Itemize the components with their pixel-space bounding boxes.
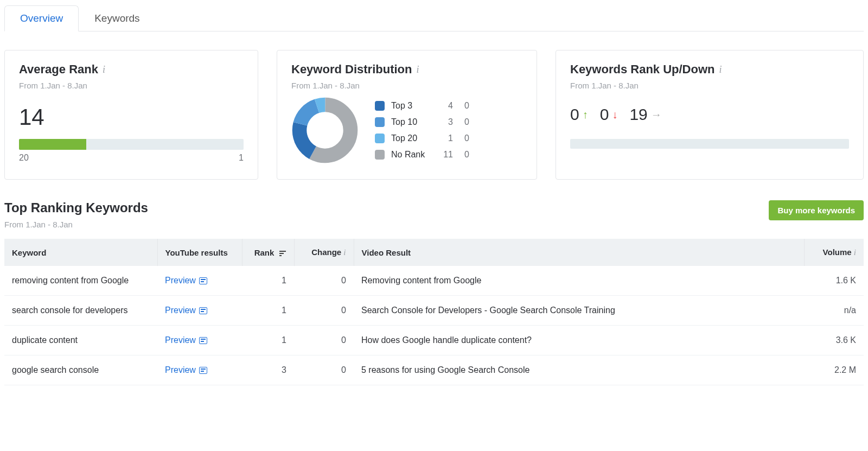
updown-up-value: 0 <box>570 105 579 124</box>
cell-volume: 2.2 M <box>804 355 864 385</box>
cell-keyword: google search console <box>4 355 157 385</box>
tab-keywords[interactable]: Keywords <box>79 5 155 31</box>
legend-row: Top 20 1 0 <box>375 134 469 143</box>
buy-more-keywords-button[interactable]: Buy more keywords <box>769 200 864 220</box>
updown-down-group: 0 ↓ <box>600 105 618 124</box>
updown-values: 0 ↑ 0 ↓ 19 → <box>570 105 849 124</box>
th-rank[interactable]: Rank <box>242 239 294 266</box>
legend-label: Top 3 <box>391 101 433 111</box>
avg-rank-title: Average Rank <box>19 62 98 77</box>
preview-icon <box>199 337 207 344</box>
tab-overview[interactable]: Overview <box>4 5 79 31</box>
scale-left: 20 <box>19 153 29 163</box>
cell-rank: 3 <box>242 355 294 385</box>
table-row: removing content from Google Preview 1 0… <box>4 266 864 296</box>
cards-row: Average Rank i From 1.Jan - 8.Jan 14 20 … <box>4 50 864 180</box>
cell-rank: 1 <box>242 266 294 296</box>
preview-link[interactable]: Preview <box>165 276 207 285</box>
cell-volume: n/a <box>804 296 864 326</box>
cell-video: 5 reasons for using Google Search Consol… <box>354 355 804 385</box>
cell-rank: 1 <box>242 296 294 326</box>
legend-value-b: 0 <box>453 101 469 111</box>
avg-rank-bar <box>19 139 244 150</box>
th-volume[interactable]: Volume i <box>804 239 864 266</box>
cell-keyword: removing content from Google <box>4 266 157 296</box>
cell-keyword: search console for developers <box>4 296 157 326</box>
legend-row: Top 3 4 0 <box>375 101 469 111</box>
legend-value-b: 0 <box>453 117 469 127</box>
arrow-up-icon: ↑ <box>583 109 588 121</box>
arrow-down-icon: ↓ <box>612 109 617 121</box>
ranking-title: Top Ranking Keywords <box>4 200 148 215</box>
updown-same-group: 19 → <box>629 105 661 124</box>
th-rank-label: Rank <box>254 248 275 257</box>
distribution-range: From 1.Jan - 8.Jan <box>291 81 522 90</box>
sort-icon <box>279 250 286 257</box>
cell-change: 0 <box>294 266 354 296</box>
card-title: Keyword Distribution i <box>291 62 522 77</box>
preview-label: Preview <box>165 335 196 345</box>
cell-change: 0 <box>294 326 354 355</box>
donut-hole <box>308 113 343 148</box>
th-youtube[interactable]: YouTube results <box>157 239 242 266</box>
th-change-label: Change <box>311 247 341 257</box>
preview-icon <box>199 277 207 284</box>
card-title: Average Rank i <box>19 62 244 77</box>
donut-chart <box>291 97 359 164</box>
legend-label: No Rank <box>391 150 433 160</box>
legend-value-a: 4 <box>433 101 453 111</box>
table-row: google search console Preview 3 0 5 reas… <box>4 355 864 385</box>
legend-row: Top 10 3 0 <box>375 117 469 127</box>
legend-value-a: 11 <box>433 150 453 160</box>
cell-change: 0 <box>294 296 354 326</box>
scale-right: 1 <box>239 153 244 163</box>
avg-rank-value: 14 <box>19 104 244 130</box>
section-header: Top Ranking Keywords From 1.Jan - 8.Jan … <box>4 200 864 229</box>
cell-keyword: duplicate content <box>4 326 157 355</box>
avg-rank-range: From 1.Jan - 8.Jan <box>19 81 244 90</box>
cell-rank: 1 <box>242 326 294 355</box>
swatch-icon <box>375 117 385 127</box>
th-volume-label: Volume <box>823 247 852 257</box>
preview-icon <box>199 307 207 314</box>
legend-label: Top 20 <box>391 134 433 143</box>
legend-value-b: 0 <box>453 150 469 160</box>
swatch-icon <box>375 150 385 160</box>
legend-row: No Rank 11 0 <box>375 150 469 160</box>
card-rank-updown: Keywords Rank Up/Down i From 1.Jan - 8.J… <box>556 50 864 180</box>
updown-range: From 1.Jan - 8.Jan <box>570 81 849 90</box>
th-keyword[interactable]: Keyword <box>4 239 157 266</box>
preview-link[interactable]: Preview <box>165 306 207 315</box>
avg-rank-bar-fill <box>19 139 86 150</box>
ranking-range: From 1.Jan - 8.Jan <box>4 220 148 229</box>
cell-volume: 3.6 K <box>804 326 864 355</box>
info-icon: i <box>854 248 856 257</box>
updown-bar <box>570 139 849 149</box>
preview-label: Preview <box>165 306 196 315</box>
info-icon[interactable]: i <box>416 64 419 75</box>
info-icon[interactable]: i <box>103 64 105 75</box>
cell-video: How does Google handle duplicate content… <box>354 326 804 355</box>
updown-up-group: 0 ↑ <box>570 105 588 124</box>
card-average-rank: Average Rank i From 1.Jan - 8.Jan 14 20 … <box>4 50 258 180</box>
updown-same-value: 19 <box>629 105 647 124</box>
th-video[interactable]: Video Result <box>354 239 804 266</box>
legend-value-b: 0 <box>453 134 469 143</box>
distribution-title: Keyword Distribution <box>291 62 412 77</box>
avg-rank-scale: 20 1 <box>19 153 244 163</box>
preview-label: Preview <box>165 276 196 285</box>
legend-value-a: 1 <box>433 134 453 143</box>
info-icon[interactable]: i <box>719 64 722 75</box>
legend-label: Top 10 <box>391 117 433 127</box>
cell-change: 0 <box>294 355 354 385</box>
info-icon: i <box>343 248 346 257</box>
cell-volume: 1.6 K <box>804 266 864 296</box>
th-change[interactable]: Change i <box>294 239 354 266</box>
preview-link[interactable]: Preview <box>165 335 207 345</box>
updown-down-value: 0 <box>600 105 609 124</box>
table-row: duplicate content Preview 1 0 How does G… <box>4 326 864 355</box>
legend-value-a: 3 <box>433 117 453 127</box>
swatch-icon <box>375 101 385 111</box>
card-keyword-distribution: Keyword Distribution i From 1.Jan - 8.Ja… <box>277 50 537 180</box>
preview-link[interactable]: Preview <box>165 365 207 375</box>
